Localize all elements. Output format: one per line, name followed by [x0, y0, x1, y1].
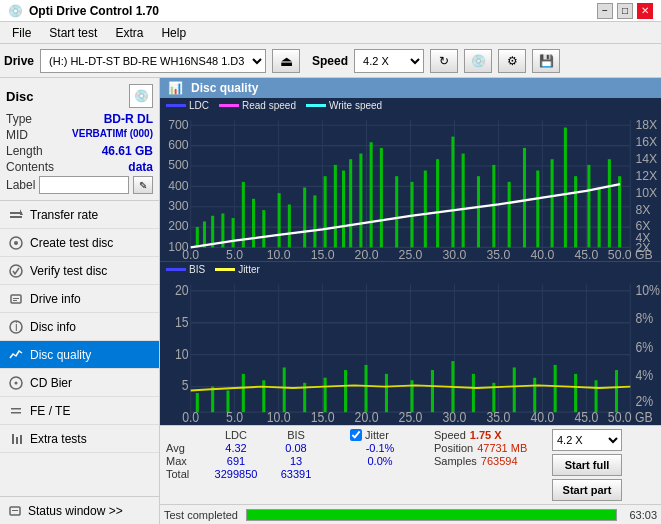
speed-dropdown[interactable]: 4.2 X — [552, 429, 622, 451]
svg-rect-73 — [262, 210, 265, 247]
bottom-status-bar: Test completed 63:03 — [160, 504, 661, 524]
nav-verify-test-disc[interactable]: Verify test disc — [0, 257, 159, 285]
save-button[interactable]: 💾 — [532, 49, 560, 73]
disc-length-val: 46.61 GB — [102, 144, 153, 158]
svg-rect-13 — [11, 408, 21, 410]
jitter-legend-label: Jitter — [238, 264, 260, 275]
disc-icon-button[interactable]: 💿 — [464, 49, 492, 73]
nav-extra-tests[interactable]: Extra tests — [0, 425, 159, 453]
svg-rect-99 — [587, 165, 590, 248]
jitter-legend: Jitter — [215, 264, 260, 275]
nav-transfer-rate[interactable]: Transfer rate — [0, 201, 159, 229]
disc-label-button[interactable]: ✎ — [133, 176, 153, 194]
settings-button[interactable]: ⚙ — [498, 49, 526, 73]
menu-help[interactable]: Help — [153, 24, 194, 42]
speed-pos-section: Speed 1.75 X Position 47731 MB Samples 7… — [434, 429, 544, 467]
nav-disc-info[interactable]: i Disc info — [0, 313, 159, 341]
jitter-checkbox[interactable] — [350, 429, 362, 441]
title-bar-controls: − □ ✕ — [597, 3, 653, 19]
top-chart: LDC Read speed Write speed — [160, 98, 661, 262]
nav-fe-te-label: FE / TE — [30, 404, 70, 418]
svg-rect-157 — [533, 378, 536, 413]
nav-drive-info[interactable]: Drive info — [0, 285, 159, 313]
disc-panel: Disc 💿 Type BD-R DL MID VERBATIMf (000) … — [0, 78, 159, 201]
extra-tests-icon — [8, 431, 24, 447]
svg-rect-94 — [523, 148, 526, 248]
svg-text:300: 300 — [168, 198, 188, 214]
svg-text:4%: 4% — [635, 366, 653, 384]
ldc-legend-color — [166, 104, 186, 107]
cd-bier-icon — [8, 375, 24, 391]
svg-text:45.0: 45.0 — [574, 246, 598, 261]
start-part-button[interactable]: Start part — [552, 479, 622, 501]
max-label: Max — [166, 455, 206, 467]
bottom-legend: BIS Jitter — [160, 262, 661, 277]
eject-button[interactable]: ⏏ — [272, 49, 300, 73]
svg-text:25.0: 25.0 — [399, 246, 423, 261]
svg-rect-98 — [574, 176, 577, 247]
disc-length-row: Length 46.61 GB — [6, 144, 153, 158]
write-speed-legend-label: Write speed — [329, 100, 382, 111]
svg-rect-17 — [20, 435, 22, 444]
svg-rect-148 — [344, 370, 347, 412]
top-legend: LDC Read speed Write speed — [160, 98, 661, 113]
svg-rect-89 — [451, 137, 454, 248]
disc-quality-header: 📊 Disc quality — [160, 78, 661, 98]
svg-rect-147 — [324, 378, 327, 413]
nav-disc-quality[interactable]: Disc quality — [0, 341, 159, 369]
svg-rect-88 — [436, 159, 439, 247]
minimize-button[interactable]: − — [597, 3, 613, 19]
maximize-button[interactable]: □ — [617, 3, 633, 19]
menu-file[interactable]: File — [4, 24, 39, 42]
disc-image-button[interactable]: 💿 — [129, 84, 153, 108]
svg-rect-81 — [349, 159, 352, 247]
status-window-button[interactable]: Status window >> — [0, 496, 159, 524]
svg-rect-101 — [608, 159, 611, 247]
svg-text:10.0: 10.0 — [267, 246, 291, 261]
app-icon: 💿 — [8, 4, 23, 18]
svg-text:12X: 12X — [635, 167, 657, 183]
speed-row: Speed 1.75 X — [434, 429, 544, 441]
menu-start-test[interactable]: Start test — [41, 24, 105, 42]
svg-rect-141 — [211, 387, 214, 413]
fe-te-icon — [8, 403, 24, 419]
stats-empty — [166, 429, 206, 441]
menu-bar: File Start test Extra Help — [0, 22, 661, 44]
svg-rect-91 — [477, 176, 480, 247]
nav-extra-tests-label: Extra tests — [30, 432, 87, 446]
total-bis: 63391 — [266, 468, 326, 480]
speed-select[interactable]: 4.2 X — [354, 49, 424, 73]
start-full-button[interactable]: Start full — [552, 454, 622, 476]
nav-cd-bier[interactable]: CD Bier — [0, 369, 159, 397]
disc-label-input[interactable] — [39, 176, 129, 194]
refresh-button[interactable]: ↻ — [430, 49, 458, 73]
svg-text:400: 400 — [168, 177, 188, 193]
svg-text:15.0: 15.0 — [311, 408, 335, 425]
drive-select[interactable]: (H:) HL-DT-ST BD-RE WH16NS48 1.D3 — [40, 49, 266, 73]
close-button[interactable]: ✕ — [637, 3, 653, 19]
avg-ldc: 4.32 — [206, 442, 266, 454]
svg-rect-161 — [615, 370, 618, 412]
svg-rect-80 — [342, 171, 345, 248]
avg-bis: 0.08 — [266, 442, 326, 454]
svg-text:600: 600 — [168, 136, 188, 152]
disc-info-icon: i — [8, 319, 24, 335]
disc-contents-key: Contents — [6, 160, 54, 174]
drive-label: Drive — [4, 54, 34, 68]
bis-legend-label: BIS — [189, 264, 205, 275]
status-window-label: Status window >> — [28, 504, 123, 518]
svg-rect-149 — [364, 365, 367, 412]
nav-create-test-disc-label: Create test disc — [30, 236, 113, 250]
svg-text:10X: 10X — [635, 184, 657, 200]
total-row: Total 3299850 63391 — [166, 468, 346, 480]
nav-fe-te[interactable]: FE / TE — [0, 397, 159, 425]
svg-text:10%: 10% — [635, 280, 660, 298]
stats-bar: LDC BIS Avg 4.32 0.08 Max 691 13 Total — [160, 425, 661, 504]
menu-extra[interactable]: Extra — [107, 24, 151, 42]
nav-create-test-disc[interactable]: Create test disc — [0, 229, 159, 257]
svg-rect-76 — [303, 188, 306, 248]
svg-text:14X: 14X — [635, 150, 657, 166]
ldc-legend: LDC — [166, 100, 209, 111]
read-speed-legend-color — [219, 104, 239, 107]
disc-length-key: Length — [6, 144, 43, 158]
